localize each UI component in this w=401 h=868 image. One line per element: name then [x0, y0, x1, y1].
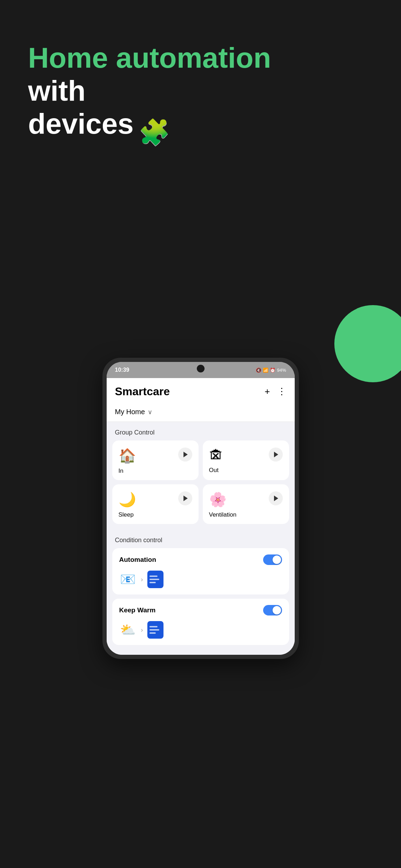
- group-card-in: 🏠 In: [112, 440, 199, 480]
- app-content: Smartcare + ⋮ My Home ∨ Group Control: [107, 378, 295, 655]
- decorative-circle: [334, 305, 401, 382]
- automation-toggle-knob: [273, 556, 281, 564]
- automation-flow: 📧 ›: [119, 571, 282, 588]
- keep-warm-header: Keep Warm: [119, 605, 282, 615]
- keep-warm-title: Keep Warm: [119, 606, 156, 614]
- hero-title-green: Home automation: [28, 42, 271, 74]
- automation-arrow: ›: [141, 576, 143, 583]
- app-title: Smartcare: [115, 385, 170, 398]
- keep-warm-toggle-knob: [273, 606, 281, 614]
- chevron-down-icon: ∨: [148, 408, 152, 416]
- in-play-button[interactable]: [178, 448, 192, 462]
- group-control-section: 🏠 In 🏚: [107, 440, 295, 530]
- group-card-ventilation: 🌸 Ventilation: [203, 484, 289, 524]
- condition-control-section: Automation 📧 ›: [107, 548, 295, 655]
- in-label: In: [119, 467, 192, 475]
- play-triangle-out: [274, 452, 278, 457]
- play-triangle-in: [183, 452, 188, 457]
- phone-screen: 10:39 🔇 📶 ⏰ 94% Smartcare +: [107, 362, 295, 655]
- hero-title-devices: devices: [28, 108, 134, 140]
- hero-title-line-1: Home automation: [28, 42, 373, 74]
- group-card-out-top: 🏚: [209, 448, 283, 463]
- app-header: Smartcare + ⋮: [107, 378, 295, 404]
- group-grid: 🏠 In 🏚: [112, 440, 289, 530]
- sleep-play-button[interactable]: [178, 491, 192, 505]
- device-line-a: [149, 626, 158, 627]
- phone-frame: 10:39 🔇 📶 ⏰ 94% Smartcare +: [102, 358, 299, 659]
- ventilation-icon: 🌸: [209, 491, 227, 508]
- keep-warm-card: Keep Warm ⛅ ›: [112, 599, 289, 645]
- group-card-out: 🏚 Out: [203, 440, 289, 480]
- sleep-icon: 🌙: [119, 491, 136, 508]
- keep-warm-flow: ⛅ ›: [119, 621, 282, 639]
- out-label: Out: [209, 467, 283, 474]
- device-lines: [147, 573, 163, 586]
- status-time: 10:39: [115, 367, 129, 373]
- hero-title-line-3: devices 🧩: [28, 108, 373, 147]
- hero-title-line-2: with: [28, 75, 373, 107]
- automation-card: Automation 📧 ›: [112, 548, 289, 594]
- phone-mockup: 10:39 🔇 📶 ⏰ 94% Smartcare +: [102, 358, 299, 659]
- location-bar: My Home ∨: [107, 404, 295, 422]
- ventilation-play-button[interactable]: [269, 491, 283, 505]
- battery-text: 94%: [277, 368, 286, 373]
- automation-toggle[interactable]: [263, 554, 282, 565]
- status-icons: 🔇 📶 ⏰ 94%: [256, 368, 286, 373]
- keep-warm-arrow: ›: [141, 626, 143, 634]
- status-bar: 10:39 🔇 📶 ⏰ 94%: [107, 362, 295, 378]
- automation-header: Automation: [119, 554, 282, 565]
- device-lines-2: [147, 623, 163, 637]
- puzzle-emoji: 🧩: [139, 118, 170, 146]
- out-icon: 🏚: [209, 448, 223, 463]
- menu-button[interactable]: ⋮: [277, 386, 286, 397]
- play-triangle-ventilation: [274, 496, 278, 501]
- hero-title-with: with: [28, 75, 86, 107]
- automation-trigger-icon: 📧: [119, 571, 137, 588]
- play-triangle-sleep: [183, 496, 188, 501]
- keep-warm-target-icon: [147, 621, 163, 639]
- group-card-ventilation-top: 🌸: [209, 491, 283, 508]
- ventilation-label: Ventilation: [209, 511, 283, 518]
- wifi-icon: 📶: [263, 368, 268, 373]
- in-icon: 🏠: [119, 448, 136, 464]
- group-card-sleep: 🌙 Sleep: [112, 484, 199, 524]
- location-selector[interactable]: My Home ∨: [115, 408, 286, 416]
- keep-warm-toggle[interactable]: [263, 605, 282, 615]
- camera-notch: [197, 365, 205, 372]
- group-card-in-top: 🏠: [119, 448, 192, 464]
- header-actions: + ⋮: [265, 386, 286, 397]
- condition-control-label: Condition control: [107, 530, 295, 548]
- automation-target-icon: [147, 571, 163, 588]
- sleep-label: Sleep: [119, 511, 192, 518]
- keep-warm-trigger-icon: ⛅: [119, 621, 137, 639]
- location-name: My Home: [115, 408, 145, 416]
- device-line-3: [149, 582, 156, 583]
- group-card-sleep-top: 🌙: [119, 491, 192, 508]
- device-line-2: [149, 579, 160, 580]
- group-control-label: Group Control: [107, 422, 295, 440]
- device-line-1: [149, 576, 158, 577]
- device-line-c: [149, 632, 156, 634]
- out-play-button[interactable]: [269, 448, 283, 462]
- hero-section: Home automation with devices 🧩: [28, 42, 373, 148]
- mute-icon: 🔇: [256, 368, 261, 373]
- automation-title: Automation: [119, 556, 156, 564]
- alarm-icon: ⏰: [270, 368, 275, 373]
- add-button[interactable]: +: [265, 386, 270, 397]
- device-line-b: [149, 629, 160, 631]
